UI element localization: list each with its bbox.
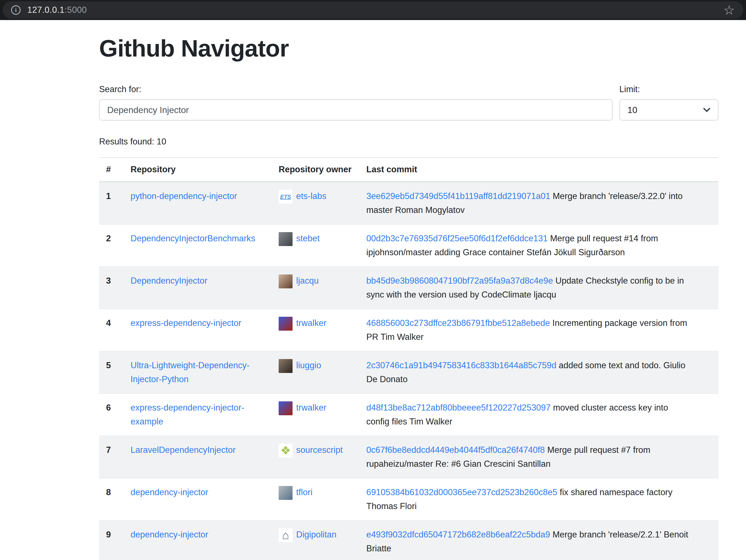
owner-avatar [279, 274, 292, 288]
repo-link[interactable]: express-dependency-injector-example [131, 403, 244, 426]
results-count-value: 10 [157, 137, 166, 146]
row-number: 3 [99, 267, 123, 309]
limit-label: Limit: [619, 84, 718, 94]
row-number: 1 [99, 182, 123, 224]
commit-hash-link[interactable]: e493f9032dfcd65047172b682e8b6eaf22c5bda9 [366, 530, 550, 539]
owner-cell: trwalker [272, 309, 360, 351]
owner-avatar: ⌂ [279, 528, 292, 542]
repo-link[interactable]: express-dependency-injector [131, 318, 241, 328]
row-number: 5 [99, 351, 123, 393]
table-row: 2DependencyInjectorBenchmarksstebet00d2b… [99, 224, 718, 267]
table-row: 3DependencyInjectorljacqubb45d9e3b986080… [99, 267, 718, 309]
owner-link[interactable]: trwalker [296, 318, 326, 328]
page-title: Github Navigator [99, 34, 718, 62]
repo-link[interactable]: LaravelDependencyInjector [131, 445, 235, 455]
repo-link[interactable]: DependencyInjectorBenchmarks [131, 234, 255, 243]
commit-cell: 0c67f6be8eddcd4449eb4044f5df0ca26f4740f8… [360, 436, 718, 478]
search-field-group: Search for: [99, 84, 613, 120]
repo-cell: Ultra-Lightweight-Dependency-Injector-Py… [123, 351, 272, 393]
results-count-label: Results found: [99, 137, 154, 146]
browser-toolbar: i 127.0.0.1:5000 ☆ [0, 0, 746, 20]
commit-hash-link[interactable]: 468856003c273dffce23b86791fbbe512a8ebede [366, 318, 550, 328]
address-bar[interactable]: i 127.0.0.1:5000 ☆ [3, 1, 743, 19]
commit-hash-link[interactable]: 3ee629eb5d7349d55f41b119aff81dd219071a01 [366, 191, 550, 201]
row-number: 8 [99, 478, 123, 521]
repo-link[interactable]: DependencyInjector [131, 276, 207, 286]
owner-cell: tflori [272, 478, 360, 521]
commit-hash-link[interactable]: 0c67f6be8eddcd4449eb4044f5df0ca26f4740f8 [366, 445, 545, 455]
table-row: 9dependency-injector⌂Digipolitane493f903… [99, 521, 718, 560]
repo-cell: express-dependency-injector [123, 309, 272, 351]
column-header: Repository owner [272, 157, 360, 182]
owner-avatar [279, 486, 292, 500]
owner-link[interactable]: tflori [296, 488, 313, 497]
limit-select[interactable]: 10 [619, 99, 718, 120]
row-number: 4 [99, 309, 123, 351]
repo-link[interactable]: dependency-injector [131, 488, 208, 497]
owner-cell: trwalker [272, 393, 360, 436]
repo-cell: dependency-injector [123, 521, 272, 560]
limit-field-group: Limit: 10 [619, 84, 718, 120]
commit-cell: 3ee629eb5d7349d55f41b119aff81dd219071a01… [360, 182, 718, 224]
repo-cell: express-dependency-injector-example [123, 393, 272, 436]
results-count: Results found: 10 [99, 137, 718, 147]
table-row: 1python-dependency-injectorETSets-labs3e… [99, 182, 718, 224]
owner-link[interactable]: ets-labs [296, 191, 326, 201]
bookmark-star-icon[interactable]: ☆ [723, 4, 735, 17]
repo-link[interactable]: Ultra-Lightweight-Dependency-Injector-Py… [131, 360, 250, 384]
search-label: Search for: [99, 84, 613, 94]
table-row: 8dependency-injectortflori69105384b61032… [99, 478, 718, 521]
owner-link[interactable]: stebet [296, 234, 320, 243]
owner-cell: ETSets-labs [272, 182, 360, 224]
owner-link[interactable]: liuggio [296, 360, 321, 370]
commit-hash-link[interactable]: 2c30746c1a91b4947583416c833b1644a85c759d [366, 360, 556, 370]
commit-hash-link[interactable]: 69105384b61032d000365ee737cd2523b260c8e5 [366, 488, 557, 497]
commit-cell: 2c30746c1a91b4947583416c833b1644a85c759d… [360, 351, 718, 393]
commit-cell: 00d2b3c7e76935d76f25ee50f6d1f2ef6ddce131… [360, 224, 718, 267]
commit-hash-link[interactable]: bb45d9e3b98608047190bf72a95fa9a37d8c4e9e [366, 276, 553, 286]
row-number: 9 [99, 521, 123, 560]
repo-cell: python-dependency-injector [123, 182, 272, 224]
commit-hash-link[interactable]: 00d2b3c7e76935d76f25ee50f6d1f2ef6ddce131 [366, 234, 548, 243]
owner-cell: ❖sourcescript [272, 436, 360, 478]
owner-avatar [279, 401, 292, 415]
commit-cell: e493f9032dfcd65047172b682e8b6eaf22c5bda9… [360, 521, 718, 560]
search-input[interactable] [99, 99, 613, 120]
url-text: 127.0.0.1:5000 [27, 5, 87, 15]
repo-cell: DependencyInjector [123, 267, 272, 309]
owner-cell: liuggio [272, 351, 360, 393]
owner-cell: ⌂Digipolitan [272, 521, 360, 560]
commit-cell: 69105384b61032d000365ee737cd2523b260c8e5… [360, 478, 718, 521]
repo-cell: dependency-injector [123, 478, 272, 521]
limit-selected-value: 10 [627, 105, 637, 115]
owner-avatar: ❖ [279, 444, 292, 458]
table-header-row: #RepositoryRepository ownerLast commit [99, 157, 718, 182]
repo-link[interactable]: dependency-injector [131, 530, 208, 539]
commit-cell: 468856003c273dffce23b86791fbbe512a8ebede… [360, 309, 718, 351]
site-info-icon[interactable]: i [11, 5, 21, 15]
column-header: # [99, 157, 123, 182]
column-header: Last commit [360, 157, 718, 182]
owner-link[interactable]: trwalker [296, 403, 326, 412]
owner-avatar: ETS [279, 190, 292, 204]
owner-link[interactable]: ljacqu [296, 276, 319, 286]
results-table: #RepositoryRepository ownerLast commit 1… [99, 157, 718, 560]
repo-link[interactable]: python-dependency-injector [131, 191, 237, 201]
repo-cell: LaravelDependencyInjector [123, 436, 272, 478]
owner-avatar [279, 232, 292, 246]
owner-link[interactable]: Digipolitan [296, 530, 337, 539]
owner-link[interactable]: sourcescript [296, 445, 343, 455]
table-row: 5Ultra-Lightweight-Dependency-Injector-P… [99, 351, 718, 393]
commit-hash-link[interactable]: d48f13be8ac712abf80bbeeee5f120227d253097 [366, 403, 551, 412]
table-row: 7LaravelDependencyInjector❖sourcescript0… [99, 436, 718, 478]
chevron-down-icon [703, 108, 710, 112]
row-number: 6 [99, 393, 123, 436]
url-host: 127.0.0.1 [27, 5, 64, 15]
repo-cell: DependencyInjectorBenchmarks [123, 224, 272, 267]
owner-cell: ljacqu [272, 267, 360, 309]
results-table-body: 1python-dependency-injectorETSets-labs3e… [99, 182, 718, 560]
search-controls: Search for: Limit: 10 [99, 84, 718, 120]
page-content: Github Navigator Search for: Limit: 10 R… [0, 20, 746, 560]
table-row: 4express-dependency-injectortrwalker4688… [99, 309, 718, 351]
commit-cell: bb45d9e3b98608047190bf72a95fa9a37d8c4e9e… [360, 267, 718, 309]
